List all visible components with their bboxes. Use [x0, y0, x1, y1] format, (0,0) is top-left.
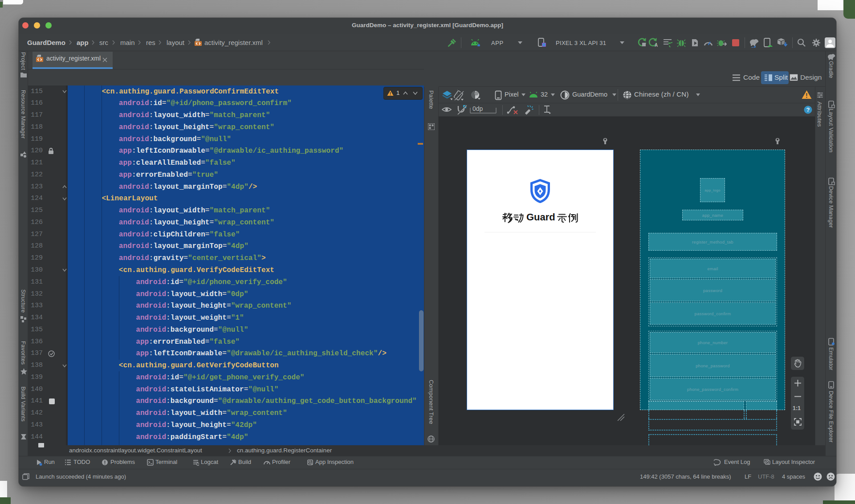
svg-text:A: A [655, 43, 658, 48]
svg-text:?: ? [806, 106, 810, 113]
